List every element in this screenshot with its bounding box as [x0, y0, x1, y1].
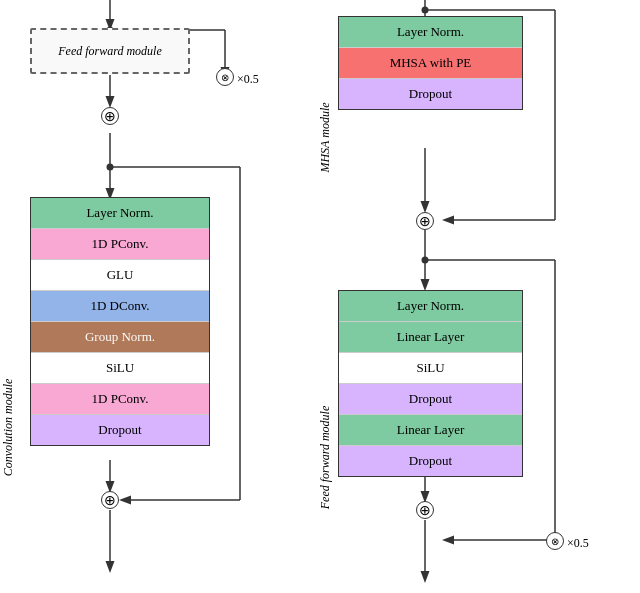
conv-module: Layer Norm. 1D PConv. GLU 1D DConv. Grou…	[20, 197, 220, 446]
ffr-linear-1: Linear Layer	[339, 322, 522, 353]
scale-label-right: ×0.5	[567, 536, 589, 551]
ff-right-module: Layer Norm. Linear Layer SiLU Dropout Li…	[338, 290, 523, 477]
conv-1d-pconv-1: 1D PConv.	[31, 229, 209, 260]
plus-circle-left-bottom: ⊕	[101, 491, 119, 509]
conv-1d-pconv-2: 1D PConv.	[31, 384, 209, 415]
conv-group-norm: Group Norm.	[31, 322, 209, 353]
multiply-symbol-left: ⊗	[216, 68, 234, 86]
ff-right-module-label: Feed forward module	[318, 406, 333, 510]
ffr-dropout-1: Dropout	[339, 384, 522, 415]
ff-module-box: Feed forward module	[30, 28, 190, 74]
mhsa-layer-norm: Layer Norm.	[339, 17, 522, 48]
mhsa-dropout: Dropout	[339, 79, 522, 109]
conv-glu: GLU	[31, 260, 209, 291]
ffr-box: Layer Norm. Linear Layer SiLU Dropout Li…	[338, 290, 523, 477]
ffr-dropout-2: Dropout	[339, 446, 522, 476]
conv-layer-norm: Layer Norm.	[31, 198, 209, 229]
mhsa-module: Layer Norm. MHSA with PE Dropout	[338, 16, 523, 110]
mhsa-box: Layer Norm. MHSA with PE Dropout	[338, 16, 523, 110]
svg-point-16	[422, 7, 429, 14]
plus-circle-left-top: ⊕	[101, 107, 119, 125]
ff-module-label: Feed forward module	[58, 44, 162, 59]
svg-point-23	[422, 257, 429, 264]
plus-circle-right-bottom: ⊕	[416, 501, 434, 519]
diagram-container: Feed forward module ⊗ ×0.5 ⊕ Layer Norm.…	[0, 0, 640, 593]
ffr-linear-2: Linear Layer	[339, 415, 522, 446]
plus-circle-right-top: ⊕	[416, 212, 434, 230]
ffr-silu: SiLU	[339, 353, 522, 384]
conv-1d-dconv: 1D DConv.	[31, 291, 209, 322]
conv-silu: SiLU	[31, 353, 209, 384]
multiply-symbol-right: ⊗	[546, 532, 564, 550]
mhsa-mhsa-pe: MHSA with PE	[339, 48, 522, 79]
conv-dropout: Dropout	[31, 415, 209, 445]
svg-point-7	[107, 164, 114, 171]
scale-label-left: ×0.5	[237, 72, 259, 87]
mhsa-module-label: MHSA module	[318, 102, 333, 172]
ffr-layer-norm: Layer Norm.	[339, 291, 522, 322]
conv-box: Layer Norm. 1D PConv. GLU 1D DConv. Grou…	[30, 197, 210, 446]
conv-module-label: Convolution module	[1, 379, 16, 477]
